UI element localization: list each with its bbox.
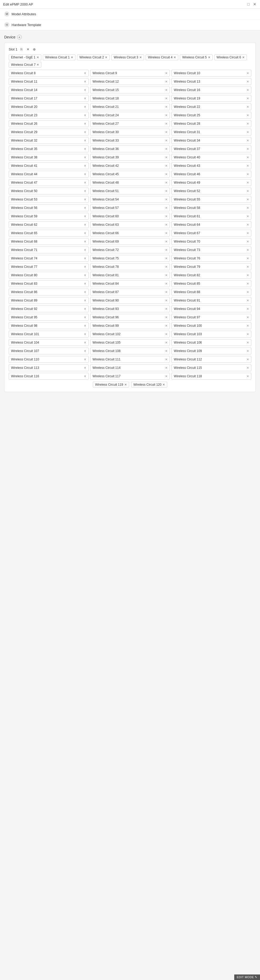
circuit-close-108[interactable]: ✕ [84,375,86,378]
circuit-close-22[interactable]: ✕ [165,130,168,134]
circuit-close-13[interactable]: ✕ [165,105,168,109]
circuit-close-17[interactable]: ✕ [247,114,249,117]
circuit-close-65[interactable]: ✕ [247,248,249,252]
circuit-close-93[interactable]: ✕ [84,332,86,336]
circuit-close-1[interactable]: ✕ [165,72,168,75]
circuit-close-49[interactable]: ✕ [165,206,168,210]
circuit-close-2[interactable]: ✕ [247,72,249,75]
circuit-close-110[interactable]: ✕ [247,375,249,378]
circuit-close-79[interactable]: ✕ [165,290,168,294]
circuit-close-88[interactable]: ✕ [165,316,168,319]
top-tag-close-7[interactable]: ✕ [36,63,39,67]
circuit-close-71[interactable]: ✕ [247,265,249,269]
circuit-close-98[interactable]: ✕ [247,341,249,344]
circuit-close-55[interactable]: ✕ [165,223,168,226]
circuit-close-86[interactable]: ✕ [247,307,249,311]
circuit-close-46[interactable]: ✕ [165,198,168,201]
circuit-close-50[interactable]: ✕ [247,206,249,210]
slot-copy-icon[interactable]: ⎘ [19,47,24,51]
circuit-close-53[interactable]: ✕ [247,215,249,218]
circuit-close-89[interactable]: ✕ [247,316,249,319]
top-tag-close-5[interactable]: ✕ [208,56,210,59]
circuit-close-3[interactable]: ✕ [84,80,86,83]
circuit-close-6[interactable]: ✕ [84,88,86,92]
add-device-button[interactable]: + [17,35,22,40]
circuit-close-12[interactable]: ✕ [84,105,86,109]
circuit-close-67[interactable]: ✕ [165,257,168,260]
circuit-close-77[interactable]: ✕ [247,282,249,285]
circuit-close-28[interactable]: ✕ [165,147,168,151]
circuit-close-47[interactable]: ✕ [247,198,249,201]
circuit-close-10[interactable]: ✕ [165,97,168,100]
nav-item-model-attributes[interactable]: M Model Attributes [0,9,260,19]
top-tag-close-6[interactable]: ✕ [242,56,244,59]
circuit-close-107[interactable]: ✕ [247,366,249,370]
circuit-close-25[interactable]: ✕ [165,139,168,142]
circuit-close-66[interactable]: ✕ [84,257,86,260]
circuit-close-51[interactable]: ✕ [84,215,86,218]
circuit-close-7[interactable]: ✕ [165,88,168,92]
circuit-close-87[interactable]: ✕ [84,316,86,319]
circuit-close-78[interactable]: ✕ [84,290,86,294]
circuit-close-83[interactable]: ✕ [247,299,249,302]
circuit-close-35[interactable]: ✕ [247,164,249,168]
circuit-close-76[interactable]: ✕ [165,282,168,285]
circuit-close-36[interactable]: ✕ [84,173,86,176]
circuit-close-15[interactable]: ✕ [84,114,86,117]
circuit-close-27[interactable]: ✕ [84,147,86,151]
circuit-close-33[interactable]: ✕ [84,164,86,168]
circuit-close-100[interactable]: ✕ [165,349,168,353]
circuit-close-40[interactable]: ✕ [165,181,168,185]
circuit-close-18[interactable]: ✕ [84,122,86,126]
circuit-close-72[interactable]: ✕ [84,274,86,277]
circuit-close-109[interactable]: ✕ [165,375,168,378]
slot-add-icon[interactable]: ⊕ [32,47,36,51]
circuit-close-14[interactable]: ✕ [247,105,249,109]
circuit-close-95[interactable]: ✕ [247,332,249,336]
circuit-close-32[interactable]: ✕ [247,156,249,159]
slot-delete-icon[interactable]: ✕ [26,47,30,51]
circuit-close-19[interactable]: ✕ [165,122,168,126]
circuit-close-97[interactable]: ✕ [165,341,168,344]
circuit-close-39[interactable]: ✕ [84,181,86,185]
circuit-close-75[interactable]: ✕ [84,282,86,285]
circuit-close-24[interactable]: ✕ [84,139,86,142]
circuit-close-45[interactable]: ✕ [84,198,86,201]
close-icon[interactable]: ✕ [253,2,257,6]
circuit-close-56[interactable]: ✕ [247,223,249,226]
top-tag-close-3[interactable]: ✕ [140,56,142,59]
circuit-close-91[interactable]: ✕ [165,324,168,328]
circuit-close-16[interactable]: ✕ [165,114,168,117]
nav-item-hardware-template[interactable]: H Hardware Template [0,19,260,30]
circuit-close-96[interactable]: ✕ [84,341,86,344]
circuit-close-106[interactable]: ✕ [165,366,168,370]
circuit-close-44[interactable]: ✕ [247,189,249,193]
circuit-close-41[interactable]: ✕ [247,181,249,185]
circuit-close-11[interactable]: ✕ [247,97,249,100]
circuit-close-60[interactable]: ✕ [84,240,86,243]
bottom-tag-close-0[interactable]: ✕ [124,383,127,387]
circuit-close-59[interactable]: ✕ [247,232,249,235]
circuit-close-5[interactable]: ✕ [247,80,249,83]
circuit-close-62[interactable]: ✕ [247,240,249,243]
circuit-close-63[interactable]: ✕ [84,248,86,252]
circuit-close-92[interactable]: ✕ [247,324,249,328]
circuit-close-69[interactable]: ✕ [84,265,86,269]
circuit-close-0[interactable]: ✕ [84,72,86,75]
circuit-close-85[interactable]: ✕ [165,307,168,311]
circuit-close-94[interactable]: ✕ [165,332,168,336]
circuit-close-64[interactable]: ✕ [165,248,168,252]
circuit-close-58[interactable]: ✕ [165,232,168,235]
circuit-close-21[interactable]: ✕ [84,130,86,134]
circuit-close-57[interactable]: ✕ [84,232,86,235]
top-tag-close-4[interactable]: ✕ [173,56,176,59]
bottom-tag-close-1[interactable]: ✕ [162,383,165,387]
circuit-close-38[interactable]: ✕ [247,173,249,176]
circuit-close-42[interactable]: ✕ [84,189,86,193]
circuit-close-103[interactable]: ✕ [165,358,168,361]
circuit-close-34[interactable]: ✕ [165,164,168,168]
top-tag-close-1[interactable]: ✕ [71,56,73,59]
circuit-close-81[interactable]: ✕ [84,299,86,302]
circuit-close-20[interactable]: ✕ [247,122,249,126]
circuit-close-54[interactable]: ✕ [84,223,86,226]
